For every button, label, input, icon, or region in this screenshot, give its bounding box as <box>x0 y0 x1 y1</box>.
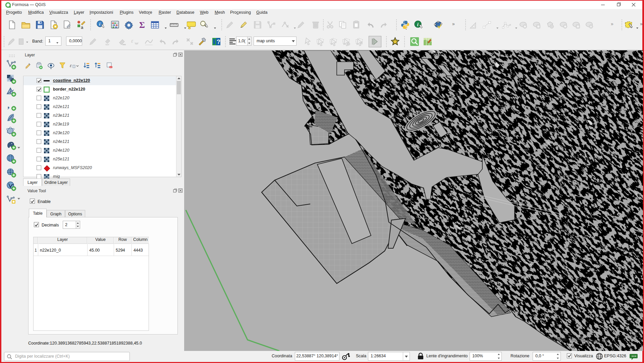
svg-text:a: a <box>81 25 84 30</box>
svg-text:,: , <box>7 101 10 110</box>
svg-text:?: ? <box>217 39 220 45</box>
svg-text:ε: ε <box>70 63 72 68</box>
svg-text:i: i <box>99 21 101 27</box>
svg-text:ε: ε <box>131 38 133 44</box>
svg-text:Σ: Σ <box>139 20 145 30</box>
